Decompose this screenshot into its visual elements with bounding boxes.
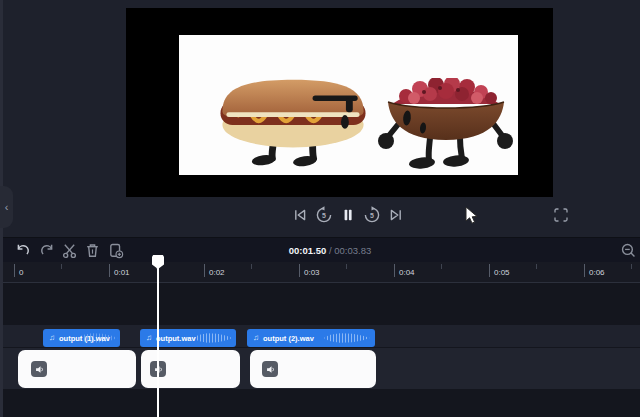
skip-to-start-icon — [290, 205, 310, 225]
pause-button[interactable] — [338, 205, 358, 225]
ruler-tick — [109, 264, 110, 277]
scissors-icon — [61, 242, 78, 259]
rewind-5s-icon: 5 — [314, 205, 334, 225]
skip-to-end-icon — [386, 205, 406, 225]
waveform — [194, 332, 232, 345]
fullscreen-icon — [551, 205, 571, 225]
berry-bowl-character — [374, 78, 518, 174]
forward-5s-icon: 5 — [362, 205, 382, 225]
timecode-current: 00:01.50 — [289, 245, 327, 256]
audio-clip-output-2[interactable]: ♫ output (2).wav — [247, 329, 375, 347]
rewind-5s-button[interactable]: 5 — [314, 205, 334, 225]
clip-audio-badge[interactable] — [31, 361, 47, 377]
cut-button[interactable] — [61, 242, 78, 259]
svg-text:5: 5 — [322, 212, 326, 219]
ruler-label: 0:05 — [494, 268, 510, 277]
ruler-minor-tick — [61, 264, 62, 269]
hot-dog-character — [214, 72, 372, 170]
playhead-line — [157, 255, 159, 417]
ruler-label: 0:06 — [589, 268, 605, 277]
chevron-left-icon: ‹ — [5, 202, 9, 213]
ruler-tick — [14, 264, 15, 277]
redo-button[interactable] — [38, 242, 55, 259]
add-clip-icon — [107, 242, 124, 259]
timecode-total: 00:03.83 — [334, 245, 371, 256]
ruler-label: 0:04 — [399, 268, 415, 277]
timeline-toolbar: 00:01.50 / 00:03.83 — [0, 237, 640, 262]
ruler-minor-tick — [631, 264, 632, 269]
zoom-out-magnifier-icon — [620, 242, 637, 259]
mouse-cursor — [464, 206, 480, 226]
ruler-label: 0:01 — [114, 268, 130, 277]
trash-icon — [84, 242, 101, 259]
speaker-icon — [265, 364, 276, 375]
clip-audio-badge[interactable] — [262, 361, 278, 377]
timeline-area: ♫ output (1).wav ♫ output.wav ♫ output (… — [0, 283, 640, 417]
ruler-label: 0:03 — [304, 268, 320, 277]
skip-to-start-button[interactable] — [290, 205, 310, 225]
ruler-label: 0 — [19, 268, 23, 277]
svg-text:5: 5 — [370, 212, 374, 219]
audio-clip-label: output (1).wav — [59, 334, 110, 343]
video-editor-app: ‹ — [0, 0, 640, 417]
ruler-tick — [489, 264, 490, 277]
ruler-tick — [584, 264, 585, 277]
undo-button[interactable] — [15, 242, 32, 259]
ruler-minor-tick — [251, 264, 252, 269]
ruler-minor-tick — [346, 264, 347, 269]
timecode-separator: / — [326, 245, 334, 256]
redo-icon — [38, 242, 55, 259]
time-ruler[interactable]: 0 0:01 0:02 0:03 0:04 0:05 0:06 — [0, 262, 640, 283]
video-clip-3[interactable] — [250, 350, 376, 388]
delete-button[interactable] — [84, 242, 101, 259]
speaker-icon — [34, 364, 45, 375]
skip-to-end-button[interactable] — [386, 205, 406, 225]
waveform — [324, 332, 370, 345]
collapse-panel-tab[interactable]: ‹ — [0, 186, 13, 228]
video-frame — [179, 35, 518, 175]
preview-section: 5 5 — [0, 0, 640, 237]
audio-clip-label: output.wav — [156, 334, 196, 343]
music-note-icon: ♫ — [49, 334, 55, 342]
video-clip-1[interactable] — [18, 350, 136, 388]
video-player — [126, 8, 553, 197]
ruler-tick — [299, 264, 300, 277]
music-note-icon: ♫ — [146, 334, 152, 342]
ruler-minor-tick — [441, 264, 442, 269]
timecode-display: 00:01.50 / 00:03.83 — [289, 238, 371, 263]
fullscreen-button[interactable] — [551, 205, 571, 225]
audio-clip-label: output (2).wav — [263, 334, 314, 343]
pause-icon — [338, 205, 358, 225]
forward-5s-button[interactable]: 5 — [362, 205, 382, 225]
ruler-tick — [394, 264, 395, 277]
music-note-icon: ♫ — [253, 334, 259, 342]
undo-icon — [15, 242, 32, 259]
audio-clip-output-1[interactable]: ♫ output (1).wav — [43, 329, 120, 347]
audio-clip-output[interactable]: ♫ output.wav — [140, 329, 236, 347]
ruler-tick — [204, 264, 205, 277]
ruler-label: 0:02 — [209, 268, 225, 277]
add-record-clip-button[interactable] — [107, 242, 124, 259]
ruler-minor-tick — [536, 264, 537, 269]
zoom-out-button[interactable] — [620, 242, 637, 259]
